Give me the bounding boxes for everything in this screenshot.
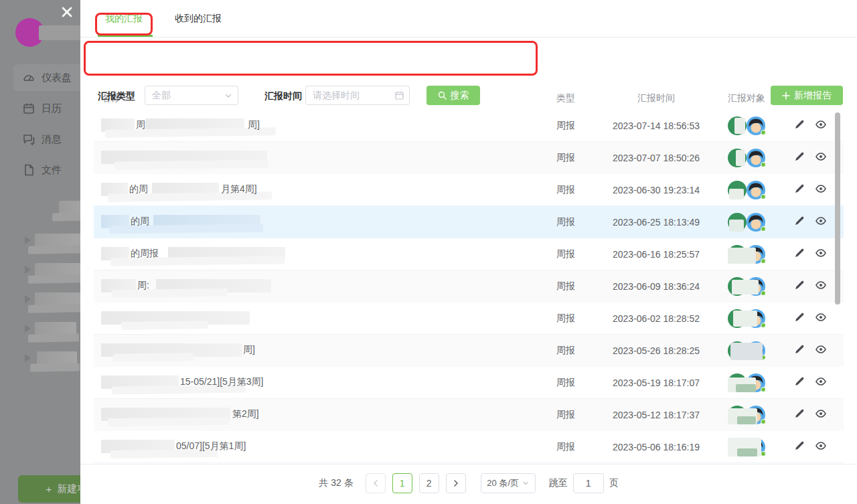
column-header-time: 汇报时间 [596, 92, 716, 104]
message-icon [23, 133, 35, 145]
report-type-select[interactable]: 全部 [145, 86, 238, 105]
edit-icon[interactable] [794, 183, 805, 194]
tree-expand-icon[interactable] [25, 266, 31, 274]
tab-received-reports[interactable]: 收到的汇报 [175, 0, 222, 37]
edit-icon[interactable] [794, 440, 805, 451]
edit-icon[interactable] [794, 344, 805, 355]
page-size-select[interactable]: 20 条/页 [481, 473, 536, 493]
add-report-button[interactable]: 新增报告 [771, 86, 843, 105]
redacted-name-smear [121, 321, 208, 330]
view-icon[interactable] [815, 248, 826, 258]
chevron-down-icon [224, 92, 232, 100]
table-row[interactable]: 05/07][5月第1周] 周报 2023-05-06 18:16:19 [94, 431, 844, 463]
view-icon[interactable] [815, 151, 826, 162]
prev-page-button[interactable] [366, 473, 386, 493]
report-name-fragment: 周] [248, 119, 260, 131]
row-actions [777, 248, 844, 260]
view-icon[interactable] [815, 440, 826, 451]
view-icon[interactable] [815, 408, 826, 419]
edit-icon[interactable] [794, 408, 805, 419]
calendar-icon [23, 102, 35, 114]
table-row[interactable]: 第2周] 周报 2023-05-12 18:17:37 [94, 399, 844, 431]
sidebar-item-dashboard[interactable]: 仪表盘 [13, 64, 80, 91]
search-icon [438, 91, 447, 100]
online-status-dot [761, 130, 766, 135]
date-placeholder: 请选择时间 [313, 90, 360, 102]
active-tab-underline [98, 35, 153, 37]
online-status-dot [761, 451, 766, 456]
redacted-avatar-block [728, 248, 756, 264]
view-icon[interactable] [815, 376, 826, 387]
sidebar-item-calendar[interactable]: 日历 [13, 95, 80, 122]
view-icon[interactable] [815, 119, 826, 130]
page-button-2[interactable]: 2 [419, 473, 439, 493]
report-type: 周报 [536, 377, 596, 389]
report-time: 2023-05-12 18:17:37 [596, 410, 716, 420]
avatar-group [728, 181, 765, 199]
online-status-dot [761, 290, 766, 296]
tab-my-reports[interactable]: 我的汇报 [105, 0, 143, 37]
vertical-scrollbar[interactable] [835, 112, 840, 305]
page-size-value: 20 条/页 [487, 477, 519, 489]
page-button-1[interactable]: 1 [392, 473, 412, 493]
edit-icon[interactable] [794, 248, 805, 258]
total-count-label: 共 32 条 [319, 477, 353, 489]
table-row[interactable]: 周: 周报 2023-06-09 18:36:24 [94, 270, 844, 303]
redacted-tree-item-smear [28, 333, 79, 342]
column-header-recipients: 汇报对象 [716, 92, 777, 104]
view-icon[interactable] [815, 312, 826, 323]
report-name-cell: 周] [94, 335, 536, 367]
table-row[interactable]: 15-05/21][5月第3周] 周报 2023-05-19 18:17:07 [94, 367, 844, 399]
report-name-fragment: 的周 [129, 183, 148, 195]
report-name-cell: 15-05/21][5月第3周] [94, 367, 536, 399]
tree-expand-icon[interactable] [25, 354, 31, 362]
avatar-group [728, 341, 765, 360]
table-row[interactable]: 的周报 周报 2023-06-16 18:25:57 [94, 238, 844, 270]
search-button[interactable]: 搜索 [426, 86, 480, 105]
online-status-dot [761, 194, 766, 199]
edit-icon[interactable] [794, 376, 805, 387]
plus-icon [782, 92, 790, 100]
report-name-fragment: 月第4周] [221, 183, 257, 195]
report-type: 周报 [536, 280, 596, 292]
tree-expand-icon[interactable] [25, 295, 31, 303]
close-icon[interactable] [60, 5, 74, 19]
report-time: 2023-06-02 18:28:52 [596, 313, 716, 324]
view-icon[interactable] [815, 344, 826, 355]
edit-icon[interactable] [794, 119, 805, 130]
report-type: 周报 [536, 216, 596, 228]
tree-expand-icon[interactable] [25, 325, 31, 333]
jump-page-input[interactable] [573, 473, 604, 493]
report-name-fragment: 周: [137, 280, 149, 292]
report-name-cell: 05/07][5月第1周] [94, 431, 536, 463]
add-report-label: 新增报告 [794, 90, 832, 102]
sidebar-item-messages[interactable]: 消息 [13, 126, 80, 153]
table-row[interactable]: 的周月第4周] 周报 2023-06-30 19:23:14 [94, 174, 844, 206]
table-row[interactable]: 的周 周报 2023-06-25 18:13:49 [94, 206, 844, 238]
edit-icon[interactable] [794, 216, 805, 226]
new-project-button[interactable]: + 新建项目 [18, 475, 80, 503]
view-icon[interactable] [815, 280, 826, 290]
next-page-button[interactable] [446, 473, 466, 493]
jump-to-label: 跳至 [549, 477, 568, 489]
edit-icon[interactable] [794, 280, 805, 290]
table-row[interactable]: 周] 周报 2023-05-26 18:28:25 [94, 335, 844, 367]
tree-expand-icon[interactable] [25, 236, 31, 244]
table-row[interactable]: 周报 2023-06-02 18:28:52 [94, 303, 844, 335]
sidebar-item-files[interactable]: 文件 [13, 157, 80, 183]
sidebar-item-label: 日历 [42, 102, 62, 115]
report-type: 周报 [536, 184, 596, 196]
report-recipients [716, 245, 777, 264]
table-row[interactable]: 周报 2023-07-07 18:50:26 [94, 142, 844, 174]
row-actions [777, 344, 844, 357]
column-header-type: 类型 [536, 92, 596, 104]
view-icon[interactable] [815, 216, 826, 226]
report-time-input[interactable]: 请选择时间 [305, 86, 410, 105]
edit-icon[interactable] [794, 312, 805, 323]
view-icon[interactable] [815, 183, 826, 194]
redacted-avatar-block [730, 343, 763, 360]
report-type: 周报 [536, 120, 596, 132]
report-name-cell: 的周 [94, 206, 536, 238]
edit-icon[interactable] [794, 151, 805, 162]
table-row[interactable]: 周周] 周报 2023-07-14 18:56:53 [94, 110, 844, 142]
